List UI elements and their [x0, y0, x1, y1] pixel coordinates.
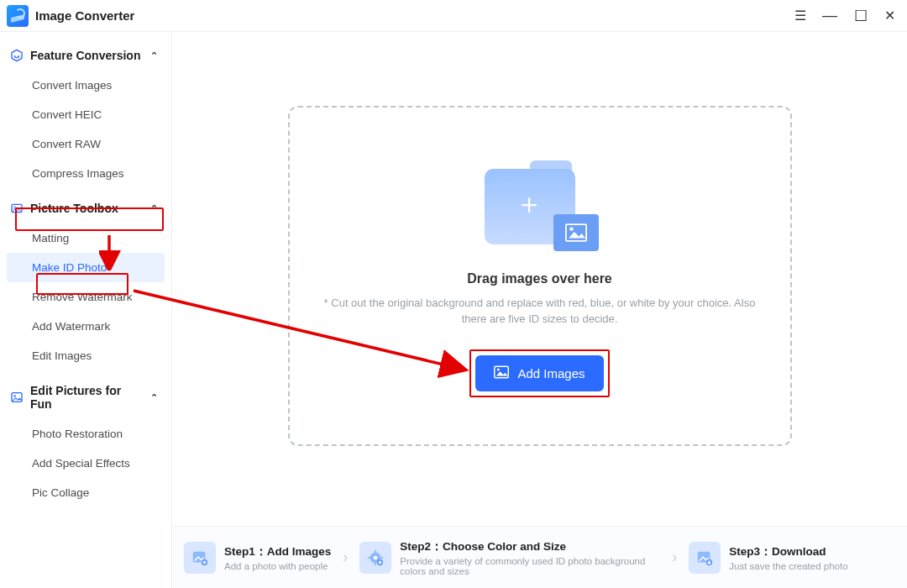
hexagon-icon: [10, 49, 24, 62]
sidebar-item-remove-watermark[interactable]: Remove Watermark: [7, 282, 165, 312]
sidebar-item-compress-images[interactable]: Compress Images: [7, 159, 165, 188]
titlebar: Image Converter ☰ — ☐ ✕: [0, 0, 907, 32]
download-step-icon: [689, 542, 721, 574]
minimize-button[interactable]: —: [822, 7, 837, 24]
annotation-highlight-add-images: Add Images: [469, 349, 609, 397]
add-image-step-icon: [184, 542, 216, 574]
sidebar-group-edit-fun[interactable]: Edit Pictures for Fun ⌃: [7, 379, 165, 416]
sidebar-item-make-id-photo[interactable]: Make ID Photo: [7, 253, 165, 282]
maximize-button[interactable]: ☐: [854, 7, 868, 25]
sidebar: Feature Conversion ⌃ Convert Images Conv…: [0, 32, 172, 588]
step-title: Step2：Choose Color and Size: [400, 539, 660, 554]
sidebar-item-add-effects[interactable]: Add Special Effects: [7, 449, 165, 478]
chevron-right-icon: ›: [336, 549, 354, 566]
toolbox-icon: [10, 202, 24, 215]
svg-point-10: [497, 368, 500, 370]
upload-folder-icon: ＋: [481, 155, 599, 256]
dropzone-description: * Cut out the original background and re…: [322, 295, 758, 328]
sidebar-item-add-watermark[interactable]: Add Watermark: [7, 312, 165, 341]
sidebar-item-pic-collage[interactable]: Pic Collage: [7, 478, 165, 507]
sidebar-item-convert-heic[interactable]: Convert HEIC: [7, 100, 165, 129]
group-items-feature-conversion: Convert Images Convert HEIC Convert RAW …: [7, 71, 165, 188]
app-logo-icon: [7, 5, 29, 27]
svg-rect-16: [375, 562, 376, 565]
menu-icon[interactable]: ☰: [794, 8, 805, 24]
sidebar-group-feature-conversion[interactable]: Feature Conversion ⌃: [7, 44, 165, 67]
svg-point-7: [569, 227, 573, 230]
step-subtitle: Just save the created photo: [729, 561, 847, 571]
chevron-up-icon: ⌃: [150, 392, 158, 403]
picture-icon: [10, 391, 24, 404]
step-title: Step1：Add Images: [224, 544, 331, 559]
sidebar-item-edit-images[interactable]: Edit Images: [7, 341, 165, 370]
step-2: Step2：Choose Color and Size Provide a va…: [359, 539, 660, 576]
group-label: Picture Toolbox: [30, 202, 118, 215]
image-chip-icon: [553, 214, 599, 251]
chevron-up-icon: ⌃: [150, 50, 158, 61]
sidebar-item-matting[interactable]: Matting: [7, 223, 165, 253]
close-button[interactable]: ✕: [884, 8, 895, 24]
svg-rect-15: [375, 549, 376, 553]
svg-marker-6: [569, 231, 585, 238]
step-title: Step3：Download: [729, 544, 847, 559]
svg-point-14: [374, 555, 378, 559]
svg-rect-17: [368, 557, 371, 559]
svg-marker-9: [496, 371, 508, 375]
group-label: Feature Conversion: [30, 49, 140, 62]
chevron-right-icon: ›: [665, 549, 684, 566]
svg-marker-0: [12, 50, 22, 60]
add-images-button[interactable]: Add Images: [475, 355, 603, 391]
app-title: Image Converter: [35, 8, 134, 23]
sidebar-item-convert-images[interactable]: Convert Images: [7, 71, 165, 100]
step-subtitle: Add a photo with people: [224, 561, 331, 571]
dropzone-title: Drag images over here: [467, 271, 612, 286]
svg-point-4: [13, 395, 15, 396]
chevron-up-icon: ⌃: [150, 203, 158, 214]
window-controls: ☰ — ☐ ✕: [794, 7, 900, 25]
sidebar-group-picture-toolbox[interactable]: Picture Toolbox ⌃: [7, 197, 165, 220]
svg-rect-5: [565, 224, 585, 241]
image-icon: [494, 365, 509, 381]
gear-step-icon: [359, 542, 391, 574]
step-1: Step1：Add Images Add a photo with people: [184, 542, 331, 574]
button-label: Add Images: [517, 366, 585, 381]
sidebar-item-photo-restoration[interactable]: Photo Restoration: [7, 419, 165, 449]
sidebar-item-convert-raw[interactable]: Convert RAW: [7, 129, 165, 159]
step-3: Step3：Download Just save the created pho…: [689, 542, 847, 574]
content-area: ＋ Drag images over here * Cut out the or…: [172, 32, 907, 588]
group-items-edit-fun: Photo Restoration Add Special Effects Pi…: [7, 419, 165, 507]
group-items-picture-toolbox: Matting Make ID Photo Remove Watermark A…: [7, 223, 165, 370]
group-label: Edit Pictures for Fun: [30, 384, 144, 411]
step-subtitle: Provide a variety of commonly used ID ph…: [400, 556, 660, 576]
svg-rect-8: [495, 366, 509, 378]
steps-footer: Step1：Add Images Add a photo with people…: [172, 526, 907, 588]
dropzone[interactable]: ＋ Drag images over here * Cut out the or…: [288, 106, 792, 446]
svg-rect-18: [380, 557, 384, 559]
